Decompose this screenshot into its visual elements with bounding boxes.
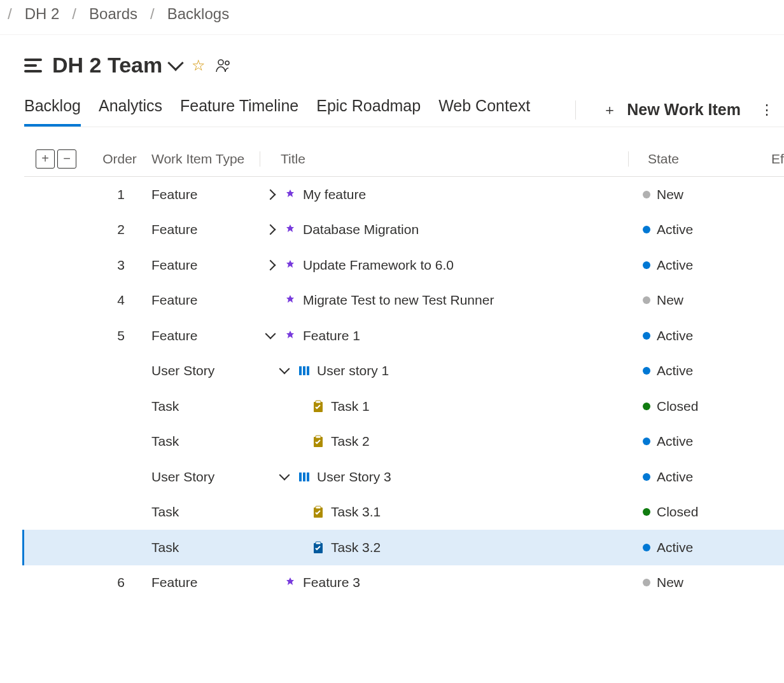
svg-rect-13 bbox=[316, 506, 321, 509]
expand-toggle[interactable] bbox=[277, 473, 291, 481]
row-title[interactable]: Task 3.2 bbox=[331, 540, 381, 555]
row-title[interactable]: Migrate Test to new Test Runner bbox=[303, 293, 494, 308]
row-state: Active bbox=[657, 328, 693, 343]
svg-rect-6 bbox=[316, 401, 321, 403]
collapse-all-button[interactable]: − bbox=[57, 149, 76, 169]
backlog-row[interactable]: 2 Feature Database Migration Active bbox=[24, 212, 784, 248]
row-state: New bbox=[657, 575, 683, 590]
row-order: 1 bbox=[88, 187, 151, 202]
new-work-item-button[interactable]: ＋ New Work Item bbox=[603, 100, 741, 120]
svg-rect-4 bbox=[307, 366, 309, 375]
row-type: User Story bbox=[151, 469, 260, 485]
state-dot-icon bbox=[643, 473, 650, 481]
row-title[interactable]: Task 1 bbox=[331, 399, 370, 414]
col-title[interactable]: Title bbox=[260, 151, 629, 167]
row-title[interactable]: Feature 3 bbox=[303, 575, 360, 590]
row-title[interactable]: Task 2 bbox=[331, 434, 370, 449]
tab-feature-timeline[interactable]: Feature Timeline bbox=[180, 93, 298, 127]
row-order: 2 bbox=[88, 222, 151, 237]
row-order: 3 bbox=[88, 258, 151, 273]
svg-rect-15 bbox=[316, 542, 321, 544]
team-name: DH 2 Team bbox=[52, 53, 162, 78]
col-state[interactable]: State bbox=[629, 151, 769, 167]
tab-web-context[interactable]: Web Context bbox=[438, 93, 530, 127]
new-work-item-label: New Work Item bbox=[627, 100, 741, 119]
state-dot-icon bbox=[643, 332, 650, 340]
tab-backlog[interactable]: Backlog bbox=[24, 93, 81, 127]
backlog-row[interactable]: 3 Feature Update Framework to 6.0 Active bbox=[24, 247, 784, 283]
row-type: Feature bbox=[151, 328, 260, 343]
state-dot-icon bbox=[643, 261, 650, 269]
row-state: Active bbox=[657, 363, 693, 378]
col-order[interactable]: Order bbox=[88, 151, 151, 167]
feature-icon bbox=[284, 188, 297, 201]
expand-toggle[interactable] bbox=[277, 367, 291, 375]
team-picker[interactable]: DH 2 Team bbox=[52, 53, 181, 78]
row-state: Active bbox=[657, 540, 693, 555]
breadcrumb-sep: / bbox=[150, 5, 155, 23]
grid-header: + − Order Work Item Type Title State Eff… bbox=[24, 141, 784, 177]
row-type: Feature bbox=[151, 258, 260, 273]
backlog-row[interactable]: 5 Feature Feature 1 Active bbox=[24, 318, 784, 354]
svg-rect-8 bbox=[316, 436, 321, 438]
col-type[interactable]: Work Item Type bbox=[151, 151, 260, 167]
col-effort[interactable]: Effort bbox=[769, 151, 784, 167]
row-title[interactable]: My feature bbox=[303, 187, 366, 202]
row-title[interactable]: User story 1 bbox=[317, 363, 389, 378]
backlog-row[interactable]: User Story User story 1 Active bbox=[24, 354, 784, 389]
expand-all-button[interactable]: + bbox=[36, 149, 55, 169]
state-dot-icon bbox=[643, 403, 650, 410]
backlog-row[interactable]: 4 Feature Migrate Test to new Test Runne… bbox=[24, 283, 784, 319]
row-title[interactable]: Update Framework to 6.0 bbox=[303, 258, 454, 273]
plus-icon: ＋ bbox=[603, 100, 617, 120]
breadcrumb-section[interactable]: Boards bbox=[89, 5, 137, 23]
people-icon[interactable] bbox=[216, 59, 231, 72]
backlog-row[interactable]: Task Task 2 Active bbox=[24, 424, 784, 460]
favorite-icon[interactable]: ☆ bbox=[192, 57, 206, 74]
row-type: User Story bbox=[151, 363, 260, 378]
backlog-row[interactable]: 1 Feature My feature New bbox=[24, 177, 784, 212]
more-actions-icon[interactable]: ⋮ bbox=[756, 102, 778, 118]
backlog-row[interactable]: Task Task 1 Closed bbox=[24, 389, 784, 424]
tabs: BacklogAnalyticsFeature TimelineEpic Roa… bbox=[24, 93, 530, 127]
tab-epic-roadmap[interactable]: Epic Roadmap bbox=[316, 93, 421, 127]
row-title[interactable]: Feature 1 bbox=[303, 328, 360, 343]
breadcrumb-sep: / bbox=[8, 5, 12, 23]
row-type: Feature bbox=[151, 187, 260, 202]
breadcrumb-project[interactable]: DH 2 bbox=[25, 5, 60, 23]
expand-toggle[interactable] bbox=[263, 191, 277, 198]
backlog-row[interactable]: User Story User Story 3 Active bbox=[24, 459, 784, 495]
row-type: Feature bbox=[151, 575, 260, 590]
row-order: 4 bbox=[88, 293, 151, 308]
svg-rect-11 bbox=[307, 473, 309, 481]
tab-analytics[interactable]: Analytics bbox=[99, 93, 162, 127]
expand-toggle[interactable] bbox=[263, 226, 277, 233]
expand-toggle[interactable] bbox=[263, 332, 277, 340]
hamburger-icon[interactable] bbox=[24, 59, 42, 72]
expand-toggle[interactable] bbox=[263, 261, 277, 269]
row-state: New bbox=[657, 293, 683, 308]
svg-rect-3 bbox=[303, 366, 305, 375]
backlog-row[interactable]: Task Task 3.2 Active bbox=[22, 530, 784, 565]
row-order: 6 bbox=[88, 575, 151, 590]
row-title[interactable]: Task 3.1 bbox=[331, 504, 381, 520]
row-title[interactable]: User Story 3 bbox=[317, 469, 391, 485]
team-header: DH 2 Team ☆ bbox=[24, 53, 784, 78]
svg-rect-2 bbox=[299, 366, 302, 375]
backlog-row[interactable]: Task Task 3.1 Closed bbox=[24, 495, 784, 530]
backlog-row[interactable]: 6 Feature Feature 3 New bbox=[24, 565, 784, 601]
state-dot-icon bbox=[643, 579, 650, 586]
feature-icon bbox=[284, 259, 297, 272]
chevron-down-icon bbox=[167, 55, 183, 71]
task-icon bbox=[312, 506, 325, 518]
svg-point-1 bbox=[225, 61, 229, 65]
row-type: Feature bbox=[151, 293, 260, 308]
breadcrumb: / DH 2 / Boards / Backlogs bbox=[0, 0, 784, 35]
breadcrumb-page[interactable]: Backlogs bbox=[167, 5, 229, 23]
toolbar-right: ＋ New Work Item ⋮ bbox=[575, 100, 778, 120]
row-state: Closed bbox=[657, 504, 698, 520]
state-dot-icon bbox=[643, 508, 650, 516]
row-type: Feature bbox=[151, 222, 260, 237]
state-dot-icon bbox=[643, 226, 650, 233]
row-title[interactable]: Database Migration bbox=[303, 222, 419, 237]
